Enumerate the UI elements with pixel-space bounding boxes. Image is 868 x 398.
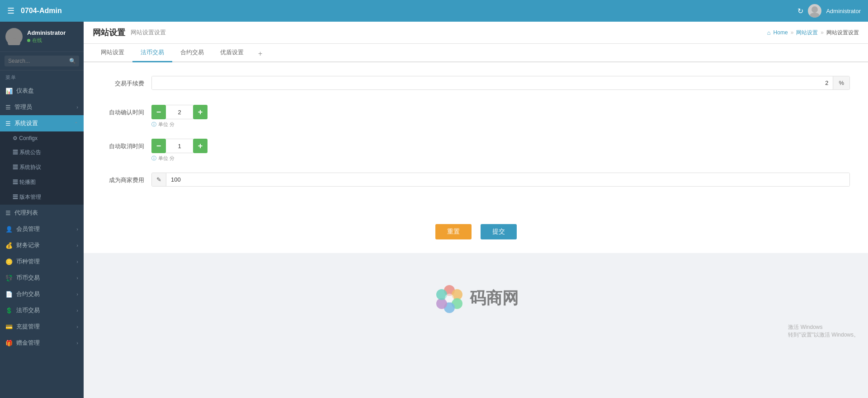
auto-cancel-input[interactable] xyxy=(166,139,193,153)
home-icon: ⌂ xyxy=(767,29,771,36)
cointrade-icon: 💱 xyxy=(5,275,13,281)
page-header: 网站设置 网站设置设置 ⌂ Home » 网站设置 » 网站设置设置 xyxy=(84,22,868,44)
sidebar-item-label: 仪表盘 xyxy=(16,87,34,95)
hamburger-icon[interactable]: ☰ xyxy=(7,6,14,16)
sidebar-item-label: 财务记录 xyxy=(16,241,40,249)
contract-icon: 📄 xyxy=(5,291,13,298)
merchant-fee-label: 成为商家费用 xyxy=(102,173,151,184)
auto-cancel-field: − + ⓘ 单位 分 xyxy=(151,139,850,162)
tab-contract[interactable]: 合约交易 xyxy=(172,44,212,62)
sidebar-item-label: 代理列表 xyxy=(14,209,38,217)
proxy-icon: ☰ xyxy=(5,210,11,216)
logo-text: 码商网 xyxy=(470,287,519,309)
reset-button[interactable]: 重置 xyxy=(435,224,472,239)
search-wrap: 🔍 xyxy=(5,56,79,66)
sidebar-item-recharge[interactable]: 💳 充提管理 › xyxy=(0,318,84,335)
sidebar-item-admin[interactable]: ☰ 管理员 › xyxy=(0,99,84,115)
page-body: 交易手续费 % 自动确认时间 − + xyxy=(84,62,868,398)
admin-icon: ☰ xyxy=(5,104,11,111)
breadcrumb-parent[interactable]: 网站设置 xyxy=(796,29,818,37)
sidebar: Administrator 在线 🔍 菜单 📊 仪表盘 xyxy=(0,22,84,398)
transaction-fee-label: 交易手续费 xyxy=(102,76,151,88)
auto-cancel-stepper: − + xyxy=(151,139,208,153)
sidebar-item-dashboard[interactable]: 📊 仪表盘 xyxy=(0,83,84,99)
form-row-auto-cancel: 自动取消时间 − + ⓘ 单位 分 xyxy=(102,139,850,162)
chevron-right-icon: › xyxy=(76,259,78,264)
system-submenu: ⚙ Configx ☰ 系统公告 ☰ 系统协议 ☰ 轮播图 ☰ 版本管理 xyxy=(0,131,84,205)
page-main-title: 网站设置 xyxy=(93,27,125,38)
chevron-right-icon: › xyxy=(76,104,78,110)
merchant-fee-input-wrap: ✎ xyxy=(151,173,850,187)
sidebar-item-label: 法币交易 xyxy=(16,306,40,314)
merchant-fee-input[interactable] xyxy=(166,173,849,186)
sidebar-item-member[interactable]: 👤 会员管理 › xyxy=(0,221,84,237)
top-header: ☰ 0704-Admin ↻ Administrator xyxy=(0,0,868,22)
tab-legal[interactable]: 法币交易 xyxy=(132,44,172,62)
sidebar-item-proxy[interactable]: ☰ 代理列表 xyxy=(0,205,84,221)
sidebar-item-fund[interactable]: 🎁 赠金管理 › xyxy=(0,335,84,351)
sidebar-item-label: 赠金管理 xyxy=(16,339,40,347)
search-icon: 🔍 xyxy=(69,58,76,64)
member-icon: 👤 xyxy=(5,226,13,233)
svg-point-10 xyxy=(445,294,454,303)
sidebar-item-label: 充提管理 xyxy=(16,323,40,331)
breadcrumb: ⌂ Home » 网站设置 » 网站设置设置 xyxy=(767,29,859,37)
search-input[interactable] xyxy=(5,56,79,66)
auto-confirm-label: 自动确认时间 xyxy=(102,105,151,117)
svg-point-1 xyxy=(810,13,820,18)
merchant-fee-field: ✎ xyxy=(151,173,850,187)
tab-site[interactable]: 网站设置 xyxy=(93,44,132,62)
recharge-icon: 💳 xyxy=(5,323,13,330)
legal-icon: 💲 xyxy=(5,307,13,314)
breadcrumb-home[interactable]: Home xyxy=(774,29,788,36)
sidebar-sub-protocol[interactable]: ☰ 系统协议 xyxy=(0,160,84,175)
svg-point-3 xyxy=(8,39,20,45)
currency-icon: 🪙 xyxy=(5,258,13,265)
chevron-right-icon: › xyxy=(76,308,78,313)
auto-cancel-plus-button[interactable]: + xyxy=(193,139,208,153)
auto-confirm-stepper: − + xyxy=(151,105,208,119)
sidebar-item-currency[interactable]: 🪙 币种管理 › xyxy=(0,253,84,270)
sidebar-sub-version[interactable]: ☰ 版本管理 xyxy=(0,190,84,205)
user-status: 在线 xyxy=(27,37,66,44)
chevron-right-icon: › xyxy=(76,291,78,297)
sidebar-item-contract[interactable]: 📄 合约交易 › xyxy=(0,286,84,302)
auto-confirm-minus-button[interactable]: − xyxy=(151,105,166,119)
auto-cancel-label: 自动取消时间 xyxy=(102,139,151,150)
sidebar-item-label: 币种管理 xyxy=(16,258,40,266)
watermark-area: 码商网 激活 Windows 转到"设置"以激活 Windows。 xyxy=(84,253,868,343)
sidebar-sub-configx[interactable]: ⚙ Configx xyxy=(0,131,84,145)
sidebar-item-finance[interactable]: 💰 财务记录 › xyxy=(0,237,84,253)
avatar xyxy=(808,4,821,18)
sidebar-item-legal[interactable]: 💲 法币交易 › xyxy=(0,302,84,318)
transaction-fee-suffix: % xyxy=(833,76,849,89)
chevron-right-icon: › xyxy=(76,340,78,346)
refresh-icon[interactable]: ↻ xyxy=(797,7,803,15)
transaction-fee-input[interactable] xyxy=(152,76,833,89)
edit-icon[interactable]: ✎ xyxy=(152,173,166,186)
page-title-area: 网站设置 网站设置设置 xyxy=(93,27,166,38)
auto-confirm-input[interactable] xyxy=(166,105,193,119)
submit-button[interactable]: 提交 xyxy=(481,224,517,239)
user-info: Administrator 在线 xyxy=(27,29,66,44)
tab-discount[interactable]: 优盾设置 xyxy=(212,44,252,62)
transaction-fee-input-wrap: % xyxy=(151,76,850,90)
sidebar-item-label: 会员管理 xyxy=(16,225,40,233)
tab-add[interactable]: + xyxy=(252,45,269,62)
sidebar-sub-notice[interactable]: ☰ 系统公告 xyxy=(0,145,84,160)
chevron-down-icon: ⌄ xyxy=(74,121,78,126)
sidebar-item-system[interactable]: ☰ 系统设置 ⌄ xyxy=(0,115,84,131)
sidebar-search: 🔍 xyxy=(0,52,84,70)
system-icon: ☰ xyxy=(5,120,11,127)
chevron-right-icon: › xyxy=(76,243,78,248)
status-dot xyxy=(27,39,30,42)
form-row-transaction-fee: 交易手续费 % xyxy=(102,76,850,94)
transaction-fee-field: % xyxy=(151,76,850,90)
auto-cancel-minus-button[interactable]: − xyxy=(151,139,166,153)
menu-section-title: 菜单 xyxy=(0,70,84,83)
sidebar-sub-carousel[interactable]: ☰ 轮播图 xyxy=(0,175,84,190)
sidebar-user: Administrator 在线 xyxy=(0,22,84,52)
form-card: 交易手续费 % 自动确认时间 − + xyxy=(84,62,868,215)
auto-confirm-plus-button[interactable]: + xyxy=(193,105,208,119)
sidebar-item-cointrade[interactable]: 💱 币币交易 › xyxy=(0,270,84,286)
